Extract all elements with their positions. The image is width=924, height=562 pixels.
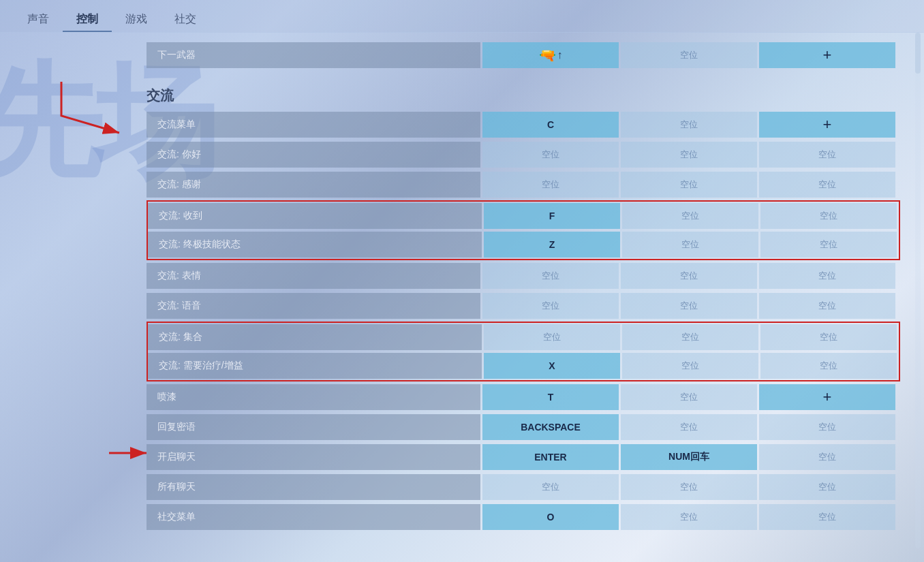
- row-comm-ult: 交流: 终极技能状态 Z 空位 空位: [148, 230, 899, 259]
- weapon-icon: 🔫: [539, 47, 556, 63]
- social-menu-key1[interactable]: O: [482, 504, 619, 530]
- comm-expression-key2[interactable]: 空位: [621, 263, 757, 289]
- outlined-group-1: 交流: 收到 F 空位 空位 交流: 终极技能状态 Z 空位 空位: [147, 200, 900, 260]
- all-chat-key3[interactable]: 空位: [759, 474, 895, 500]
- all-chat-key1[interactable]: 空位: [482, 474, 619, 500]
- row-open-chat: 开启聊天 ENTER NUM回车 空位: [147, 443, 900, 471]
- comm-heal-key1[interactable]: X: [484, 353, 620, 379]
- reply-code-key3[interactable]: 空位: [759, 414, 895, 440]
- all-chat-label: 所有聊天: [147, 474, 480, 500]
- reply-code-label: 回复密语: [147, 414, 480, 440]
- comm-thanks-key2[interactable]: 空位: [621, 172, 757, 198]
- comm-hello-key2[interactable]: 空位: [621, 142, 757, 168]
- reply-code-key2[interactable]: 空位: [621, 414, 757, 440]
- social-menu-key3[interactable]: 空位: [759, 504, 895, 530]
- arrow-indicator-1: [55, 75, 136, 139]
- section-communication: 交流: [147, 76, 900, 110]
- comm-hello-key1[interactable]: 空位: [482, 142, 619, 168]
- tab-game[interactable]: 游戏: [112, 7, 161, 32]
- scrollbar-thumb[interactable]: [915, 33, 921, 74]
- comm-ult-key2[interactable]: 空位: [622, 232, 758, 257]
- tab-control[interactable]: 控制: [63, 7, 112, 32]
- comm-thanks-label: 交流: 感谢: [147, 172, 480, 198]
- comm-gather-label: 交流: 集合: [148, 324, 482, 350]
- comm-hello-label: 交流: 你好: [147, 142, 480, 168]
- row-comm-received: 交流: 收到 F 空位 空位: [148, 202, 899, 230]
- comm-voice-key1[interactable]: 空位: [482, 293, 619, 319]
- open-chat-key2[interactable]: NUM回车: [621, 444, 757, 470]
- comm-expression-key3[interactable]: 空位: [759, 263, 895, 289]
- open-chat-label: 开启聊天: [147, 444, 480, 470]
- weapon-icon-arrow: ↑: [557, 49, 563, 61]
- comm-received-label: 交流: 收到: [148, 203, 482, 229]
- spray-key3[interactable]: +: [759, 384, 895, 410]
- scrollbar-track: [915, 33, 921, 548]
- next-weapon-key1[interactable]: 🔫 ↑: [482, 42, 619, 68]
- row-comm-hello: 交流: 你好 空位 空位 空位: [147, 140, 900, 169]
- comm-menu-key1[interactable]: C: [482, 112, 619, 138]
- row-reply-code: 回复密语 BACKSPACE 空位 空位: [147, 413, 900, 441]
- next-weapon-key2[interactable]: 空位: [621, 42, 757, 68]
- comm-hello-key3[interactable]: 空位: [759, 142, 895, 168]
- spray-key1[interactable]: T: [482, 384, 619, 410]
- comm-voice-label: 交流: 语音: [147, 293, 480, 319]
- social-menu-label: 社交菜单: [147, 504, 480, 530]
- row-comm-voice: 交流: 语音 空位 空位 空位: [147, 292, 900, 320]
- comm-voice-key2[interactable]: 空位: [621, 293, 757, 319]
- row-social-menu: 社交菜单 O 空位 空位: [147, 503, 900, 531]
- comm-ult-label: 交流: 终极技能状态: [148, 232, 482, 257]
- open-chat-key1[interactable]: ENTER: [482, 444, 619, 470]
- comm-gather-key1[interactable]: 空位: [484, 324, 620, 350]
- row-comm-heal: 交流: 需要治疗/增益 X 空位 空位: [148, 352, 899, 380]
- comm-expression-label: 交流: 表情: [147, 263, 480, 289]
- comm-heal-key2[interactable]: 空位: [622, 353, 758, 379]
- comm-ult-key1[interactable]: Z: [484, 232, 620, 257]
- tab-bar: 声音 控制 游戏 社交: [0, 0, 924, 33]
- tab-social[interactable]: 社交: [161, 7, 210, 32]
- social-menu-key2[interactable]: 空位: [621, 504, 757, 530]
- all-chat-key2[interactable]: 空位: [621, 474, 757, 500]
- main-content: 下一武器 🔫 ↑ 空位 + 交流 交流菜单 C 空位 + 交流: 你好 空位 空…: [147, 33, 910, 548]
- comm-voice-key3[interactable]: 空位: [759, 293, 895, 319]
- row-next-weapon: 下一武器 🔫 ↑ 空位 +: [147, 41, 900, 69]
- open-chat-key3[interactable]: 空位: [759, 444, 895, 470]
- comm-gather-key2[interactable]: 空位: [622, 324, 758, 350]
- row-comm-menu: 交流菜单 C 空位 +: [147, 110, 900, 139]
- comm-ult-key3[interactable]: 空位: [760, 232, 897, 257]
- row-spray: 喷漆 T 空位 +: [147, 383, 900, 411]
- comm-heal-key3[interactable]: 空位: [760, 353, 897, 379]
- row-all-chat: 所有聊天 空位 空位 空位: [147, 473, 900, 501]
- outlined-group-2: 交流: 集合 空位 空位 空位 交流: 需要治疗/增益 X 空位 空位: [147, 322, 900, 381]
- comm-thanks-key3[interactable]: 空位: [759, 172, 895, 198]
- comm-menu-label: 交流菜单: [147, 112, 480, 138]
- comm-gather-key3[interactable]: 空位: [760, 324, 897, 350]
- tab-sound[interactable]: 声音: [14, 7, 63, 32]
- comm-expression-key1[interactable]: 空位: [482, 263, 619, 289]
- comm-thanks-key1[interactable]: 空位: [482, 172, 619, 198]
- row-comm-thanks: 交流: 感谢 空位 空位 空位: [147, 170, 900, 199]
- comm-menu-key3[interactable]: +: [759, 112, 895, 138]
- reply-code-key1[interactable]: BACKSPACE: [482, 414, 619, 440]
- comm-received-key1[interactable]: F: [484, 203, 620, 229]
- comm-received-key3[interactable]: 空位: [760, 203, 897, 229]
- next-weapon-label: 下一武器: [147, 42, 480, 68]
- row-comm-expression: 交流: 表情 空位 空位 空位: [147, 262, 900, 290]
- comm-received-key2[interactable]: 空位: [622, 203, 758, 229]
- next-weapon-key3[interactable]: +: [759, 42, 895, 68]
- row-comm-gather: 交流: 集合 空位 空位 空位: [148, 323, 899, 352]
- comm-menu-key2[interactable]: 空位: [621, 112, 757, 138]
- spray-label: 喷漆: [147, 384, 480, 410]
- spray-key2[interactable]: 空位: [621, 384, 757, 410]
- comm-heal-label: 交流: 需要治疗/增益: [148, 353, 482, 379]
